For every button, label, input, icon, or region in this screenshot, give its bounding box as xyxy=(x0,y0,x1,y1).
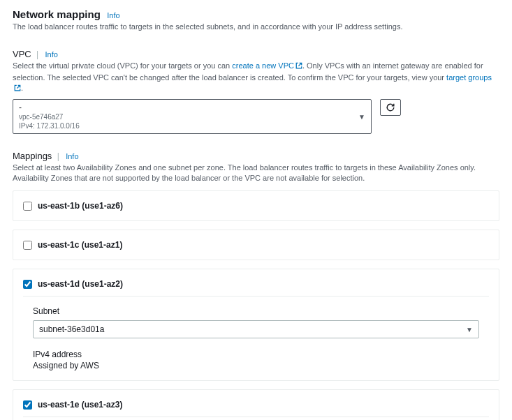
info-link-vpc[interactable]: Info xyxy=(45,50,58,59)
section-subtext: The load balancer routes traffic to targ… xyxy=(13,22,499,32)
target-groups-link[interactable]: target groups xyxy=(446,73,492,82)
external-link-icon xyxy=(14,84,21,94)
ipv4-value: Assigned by AWS xyxy=(33,361,479,370)
mappings-section: Mappings | Info Select at least two Avai… xyxy=(13,151,499,420)
az-card: us-east-1d (use1-az2) Subnet subnet-36e3… xyxy=(13,269,499,381)
az-checkbox[interactable] xyxy=(23,400,32,410)
external-link-icon xyxy=(295,61,302,72)
chevron-down-icon: ▼ xyxy=(358,112,365,120)
vpc-helptext: Select the virtual private cloud (VPC) f… xyxy=(13,61,499,94)
vpc-select[interactable]: - vpc-5e746a27 IPv4: 172.31.0.0/16 ▼ xyxy=(13,99,372,134)
az-name: us-east-1b (use1-az6) xyxy=(38,201,123,211)
create-vpc-link[interactable]: create a new VPC xyxy=(232,61,294,70)
section-title: Network mapping xyxy=(13,8,101,20)
vpc-selected-dash: - xyxy=(19,103,365,112)
vpc-label: VPC xyxy=(13,49,31,59)
az-card: us-east-1b (use1-az6) xyxy=(13,190,499,221)
az-name: us-east-1e (use1-az3) xyxy=(38,400,122,410)
az-checkbox[interactable] xyxy=(23,202,32,211)
az-checkbox[interactable] xyxy=(23,241,32,250)
vpc-section: VPC | Info Select the virtual private cl… xyxy=(13,49,499,133)
az-card: us-east-1c (use1-az1) xyxy=(13,230,499,260)
vpc-selected-id: vpc-5e746a27 xyxy=(19,112,365,121)
ipv4-label: IPv4 address xyxy=(33,350,479,359)
refresh-button[interactable] xyxy=(380,99,401,116)
az-name: us-east-1d (use1-az2) xyxy=(38,279,123,289)
subnet-select[interactable]: subnet-36e3d01a ▼ xyxy=(33,320,479,338)
az-card: us-east-1e (use1-az3) Subnet subnet-6883… xyxy=(13,389,499,420)
az-checkbox[interactable] xyxy=(23,280,32,289)
vpc-selected-cidr: IPv4: 172.31.0.0/16 xyxy=(19,121,365,130)
info-link-header[interactable]: Info xyxy=(107,11,119,20)
refresh-icon xyxy=(386,103,395,112)
chevron-down-icon: ▼ xyxy=(466,326,473,333)
subnet-value: subnet-36e3d01a xyxy=(39,324,104,334)
mappings-helptext: Select at least two Availability Zones a… xyxy=(13,163,499,184)
az-detail: Subnet subnet-36e3d01a ▼ IPv4 address As… xyxy=(23,296,489,370)
az-list: us-east-1b (use1-az6) us-east-1c (use1-a… xyxy=(13,190,499,420)
subnet-label: Subnet xyxy=(33,306,479,316)
az-detail: Subnet subnet-68834557 ▼ IPv4 address As… xyxy=(23,417,489,420)
network-mapping-header: Network mapping Info The load balancer r… xyxy=(13,8,499,32)
az-name: us-east-1c (use1-az1) xyxy=(38,240,122,250)
mappings-label: Mappings xyxy=(13,151,52,161)
info-link-mappings[interactable]: Info xyxy=(66,152,78,160)
